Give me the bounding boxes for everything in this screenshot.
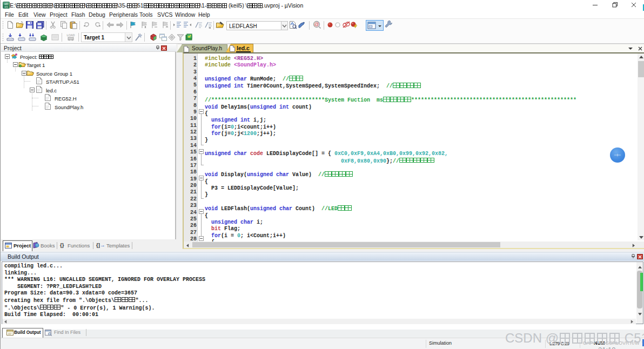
svg-text:K5: K5 xyxy=(4,5,8,9)
svg-text:..: .. xyxy=(22,35,24,38)
svg-text:@: @ xyxy=(314,22,319,27)
svg-text:LOAD: LOAD xyxy=(67,33,75,37)
